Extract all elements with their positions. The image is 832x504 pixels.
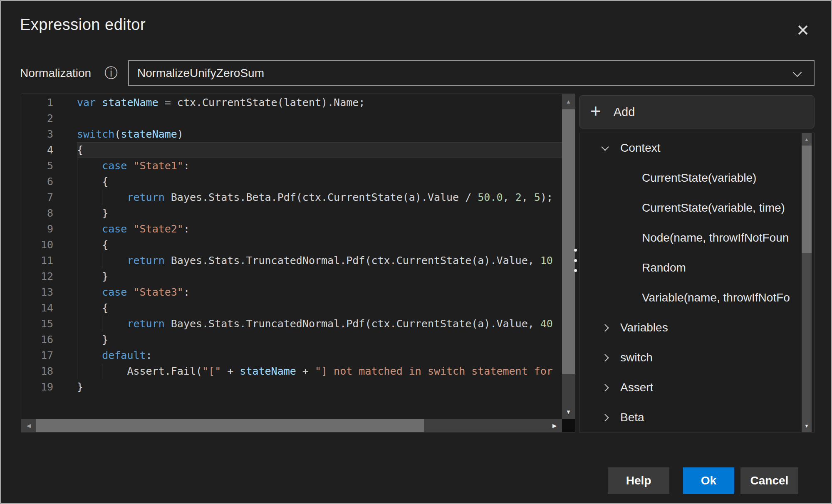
grip-dot [574, 269, 577, 272]
line-number: 15 [21, 316, 77, 332]
tree-item-currentstate-variable[interactable]: CurrentState(variable) [579, 163, 814, 193]
add-button[interactable]: + Add [579, 95, 815, 128]
line-number: 5 [21, 158, 77, 174]
add-button-label: Add [614, 105, 635, 119]
tree-item-label: Node(name, throwIfNotFoun [642, 231, 789, 245]
help-button[interactable]: Help [608, 467, 669, 494]
indent-guide [102, 363, 102, 379]
chevron-right-icon[interactable] [601, 324, 609, 331]
expression-editor-dialog: Expression editor × Normalization ⓘ Norm… [0, 0, 832, 504]
line-number: 16 [21, 332, 77, 348]
tree-item-label: CurrentState(variable, time) [642, 201, 785, 215]
line-number: 18 [21, 363, 77, 379]
ok-button-label: Ok [701, 474, 716, 487]
tree-item-random[interactable]: Random [579, 253, 814, 283]
chevron-down-icon [793, 68, 802, 77]
function-tree: ContextCurrentState(variable)CurrentStat… [579, 133, 815, 432]
normalization-dropdown[interactable]: NormalizeUnifyZeroSum [128, 60, 815, 86]
code-line-12: 12 } [21, 269, 562, 284]
line-number: 14 [21, 300, 77, 316]
tree-item-variable-name-throwifnotfo[interactable]: Variable(name, throwIfNotFo [579, 283, 814, 313]
scroll-up-icon: ▲ [805, 137, 809, 142]
indent-guide [77, 158, 77, 379]
code-text: { [77, 237, 562, 253]
info-icon[interactable]: ⓘ [104, 60, 118, 86]
line-number: 2 [21, 111, 77, 126]
tree-item-context[interactable]: Context [579, 133, 814, 163]
code-text: var stateName = ctx.CurrentState(latent)… [77, 95, 562, 111]
indent-guide [102, 253, 102, 269]
tree-item-label: CurrentState(variable) [642, 171, 756, 185]
chevron-down-icon[interactable] [601, 143, 609, 151]
chevron-right-icon[interactable] [601, 384, 609, 391]
code-text [77, 111, 562, 126]
line-number: 1 [21, 95, 77, 111]
ok-button[interactable]: Ok [683, 467, 734, 494]
tree-scroll-thumb[interactable] [802, 146, 812, 253]
scroll-down-icon: ▼ [805, 423, 809, 428]
tree-scroll-up-button[interactable]: ▲ [802, 133, 812, 146]
code-line-4: 4{ [21, 142, 562, 158]
scroll-up-button[interactable]: ▲ [562, 94, 575, 109]
code-line-9: 9 case "State2": [21, 221, 562, 237]
code-line-3: 3switch(stateName) [21, 126, 562, 142]
close-icon: × [797, 20, 809, 40]
code-editor[interactable]: 1var stateName = ctx.CurrentState(latent… [21, 94, 575, 432]
horizontal-scroll-thumb[interactable] [36, 419, 424, 432]
plus-icon: + [590, 102, 601, 120]
cancel-button[interactable]: Cancel [740, 467, 798, 494]
grip-dot [574, 249, 577, 252]
code-line-2: 2 [21, 111, 562, 126]
normalization-label: Normalization [20, 60, 91, 86]
code-line-16: 16 } [21, 332, 562, 348]
code-line-11: 11 return Bayes.Stats.TruncatedNormal.Pd… [21, 253, 562, 269]
tree-item-variables[interactable]: Variables [579, 313, 814, 343]
code-text: case "State3": [77, 284, 562, 300]
tree-item-assert[interactable]: Assert [579, 373, 814, 403]
cancel-button-label: Cancel [750, 474, 789, 487]
scroll-up-icon: ▲ [566, 99, 571, 105]
line-number: 17 [21, 348, 77, 363]
tree-scroll-down-button[interactable]: ▼ [802, 420, 812, 432]
code-line-19: 19} [21, 379, 562, 395]
code-text: } [77, 269, 562, 284]
close-button[interactable]: × [791, 18, 815, 42]
splitter-grip[interactable] [572, 249, 578, 272]
code-line-6: 6 { [21, 174, 562, 190]
line-number: 7 [21, 190, 77, 205]
tree-item-label: Random [642, 261, 686, 274]
tree-item-currentstate-variable-time[interactable]: CurrentState(variable, time) [579, 193, 814, 223]
tree-item-node-name-throwifnotfoun[interactable]: Node(name, throwIfNotFoun [579, 223, 814, 253]
tree-vertical-scrollbar[interactable]: ▲ ▼ [802, 133, 812, 432]
code-text: } [77, 332, 562, 348]
code-line-15: 15 return Bayes.Stats.TruncatedNormal.Pd… [21, 316, 562, 332]
tree-item-label: Variable(name, throwIfNotFo [642, 291, 790, 304]
scroll-right-button[interactable]: ▶ [547, 419, 562, 432]
code-text: case "State1": [77, 158, 562, 174]
code-text: default: [77, 348, 562, 363]
scroll-left-button[interactable]: ◀ [21, 419, 36, 432]
tree-item-label: switch [620, 351, 653, 364]
chevron-right-icon[interactable] [601, 414, 609, 421]
code-line-13: 13 case "State3": [21, 284, 562, 300]
vertical-scroll-thumb[interactable] [562, 109, 575, 374]
scroll-down-button[interactable]: ▼ [562, 404, 575, 419]
code-text: { [77, 174, 562, 190]
code-line-17: 17 default: [21, 348, 562, 363]
tree-item-label: Variables [620, 321, 668, 334]
editor-horizontal-scrollbar[interactable]: ◀ ▶ [21, 419, 562, 432]
line-number: 6 [21, 174, 77, 190]
tree-item-beta[interactable]: Beta [579, 403, 814, 432]
code-text: return Bayes.Stats.TruncatedNormal.Pdf(c… [77, 316, 562, 332]
code-text: { [77, 300, 562, 316]
code-text: Assert.Fail("[" + stateName + "] not mat… [77, 363, 562, 379]
code-text: switch(stateName) [77, 126, 562, 142]
scrollbar-corner [562, 419, 575, 432]
line-number: 12 [21, 269, 77, 284]
line-number: 9 [21, 221, 77, 237]
tree-rows: ContextCurrentState(variable)CurrentStat… [579, 133, 814, 432]
tree-item-switch[interactable]: switch [579, 343, 814, 373]
code-text: return Bayes.Stats.Beta.Pdf(ctx.CurrentS… [77, 190, 562, 205]
chevron-right-icon[interactable] [601, 354, 609, 361]
code-area[interactable]: 1var stateName = ctx.CurrentState(latent… [21, 94, 562, 419]
